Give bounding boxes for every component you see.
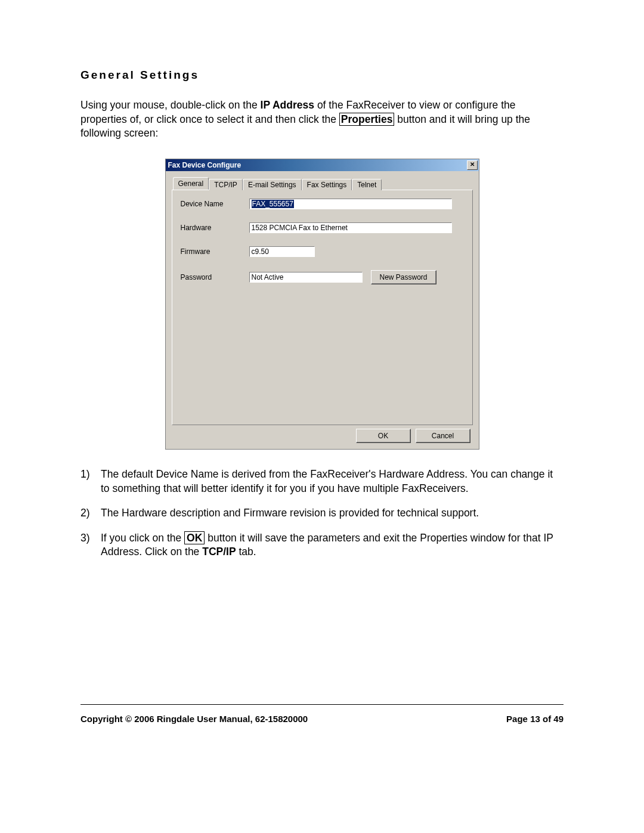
intro-paragraph: Using your mouse, double-click on the IP… <box>80 98 564 141</box>
tab-fax-settings[interactable]: Fax Settings <box>302 179 352 190</box>
list-number: 3) <box>80 531 101 559</box>
list-item: If you click on the OK button it will sa… <box>101 531 564 559</box>
section-heading: General Settings <box>80 69 564 82</box>
tab-general[interactable]: General <box>173 177 209 190</box>
page-footer: Copyright © 2006 Ringdale User Manual, 6… <box>80 714 564 724</box>
tab-tcpip[interactable]: TCP/IP <box>209 179 243 190</box>
new-password-button[interactable]: New Password <box>371 270 436 284</box>
list-number: 1) <box>80 467 101 496</box>
list-boxed-ok: OK <box>184 531 205 544</box>
dialog-titlebar: Fax Device Configure ✕ <box>166 159 479 171</box>
intro-text: Using your mouse, double-click on the <box>80 99 261 111</box>
tab-telnet[interactable]: Telnet <box>352 179 382 190</box>
list-number: 2) <box>80 506 101 521</box>
password-label: Password <box>181 273 249 281</box>
device-name-field[interactable]: FAX_555657 <box>249 199 452 209</box>
dialog-title: Fax Device Configure <box>168 161 242 169</box>
close-icon[interactable]: ✕ <box>467 160 478 170</box>
screenshot-container: Fax Device Configure ✕ General TCP/IP E-… <box>80 159 564 450</box>
tab-strip: General TCP/IP E-mail Settings Fax Setti… <box>173 177 473 190</box>
cancel-button[interactable]: Cancel <box>416 429 470 443</box>
footer-rule <box>80 704 564 705</box>
password-value: Not Active <box>252 273 284 281</box>
firmware-field: c9.50 <box>249 246 315 257</box>
firmware-label: Firmware <box>181 247 249 256</box>
footer-page: Page 13 of 49 <box>506 714 564 724</box>
instruction-list: 1) The default Device Name is derived fr… <box>80 467 564 559</box>
footer-copyright: Copyright © 2006 Ringdale User Manual, 6… <box>80 714 308 724</box>
list-text: tab. <box>236 546 256 558</box>
fax-device-configure-dialog: Fax Device Configure ✕ General TCP/IP E-… <box>165 159 479 450</box>
intro-bold-ip: IP Address <box>261 99 314 111</box>
tab-email-settings[interactable]: E-mail Settings <box>243 179 302 190</box>
dialog-button-row: OK Cancel <box>172 425 473 444</box>
list-text: If you click on the <box>101 532 184 544</box>
hardware-label: Hardware <box>181 224 249 232</box>
ok-button[interactable]: OK <box>356 429 411 443</box>
device-name-value: FAX_555657 <box>252 200 294 208</box>
list-item: The Hardware description and Firmware re… <box>101 506 564 521</box>
intro-boxed-properties: Properties <box>339 113 395 126</box>
list-item: The default Device Name is derived from … <box>101 467 564 496</box>
tab-panel-general: Device Name FAX_555657 Hardware 1528 PCM… <box>172 190 473 425</box>
hardware-value: 1528 PCMCIA Fax to Ethernet <box>252 224 348 232</box>
device-name-label: Device Name <box>181 200 249 208</box>
list-bold-tcpip: TCP/IP <box>202 546 236 558</box>
hardware-field: 1528 PCMCIA Fax to Ethernet <box>249 222 452 233</box>
password-field: Not Active <box>249 272 363 283</box>
firmware-value: c9.50 <box>252 247 269 256</box>
